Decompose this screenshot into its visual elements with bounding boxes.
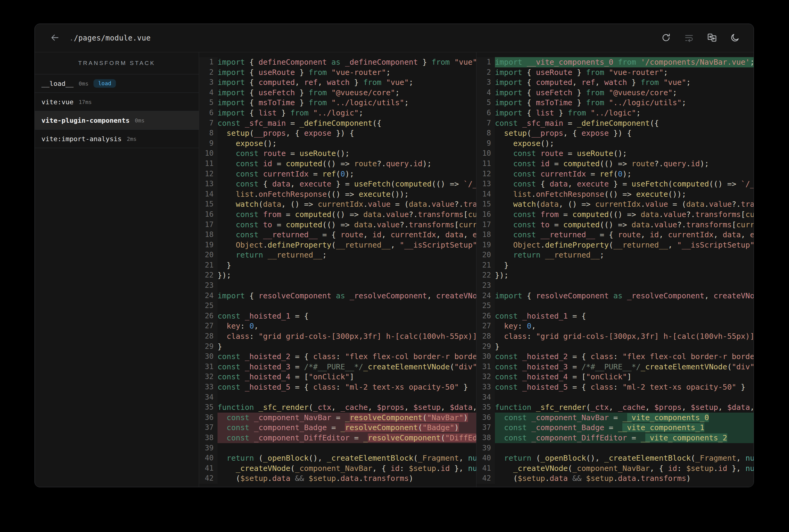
code-text[interactable]: import { useRoute } from "vue-router"; [495, 68, 754, 78]
code-text[interactable] [218, 301, 476, 311]
code-text[interactable]: function _sfc_render(_ctx, _cache, $prop… [218, 402, 476, 413]
token: msToTime [258, 98, 295, 107]
code-text[interactable]: } [495, 260, 754, 270]
code-text[interactable]: return (_openBlock(), _createElementBloc… [218, 453, 476, 463]
diff-pane-original[interactable]: 1import { defineComponent as _defineComp… [199, 52, 476, 487]
sidebar-item-vite-plugin-components[interactable]: vite-plugin-components0ms [35, 111, 199, 130]
code-text[interactable]: import __vite_components_0 from '/compon… [495, 57, 754, 68]
code-text[interactable]: function _sfc_render(_ctx, _cache, $prop… [495, 402, 754, 413]
code-text[interactable]: }); [495, 270, 754, 281]
code-text[interactable]: class: "grid grid-cols-[300px,3fr] h-[ca… [495, 331, 754, 342]
token [218, 332, 226, 341]
sidebar-header: TRANSFORM STACK [35, 52, 199, 74]
code-text[interactable] [495, 301, 754, 311]
code-text[interactable] [495, 443, 754, 453]
code-text[interactable]: const _hoisted_2 = { class: "flex flex-c… [495, 352, 754, 362]
sidebar-item-vite-import-analysis[interactable]: vite:import-analysis2ms [35, 130, 199, 148]
code-text[interactable]: const _hoisted_2 = { class: "flex flex-c… [218, 352, 476, 362]
code-text[interactable]: const to = computed(() => data.value?.tr… [495, 220, 754, 230]
token: ; [395, 88, 400, 97]
code-text[interactable]: const _component_Badge = __vite_componen… [495, 422, 754, 433]
code-text[interactable]: const __returned__ = { route, id, curren… [495, 230, 754, 240]
code-text[interactable]: list.onFetchResponse(() => execute()); [495, 189, 754, 200]
diff-pane-modified[interactable]: 1import __vite_components_0 from '/compo… [476, 52, 754, 487]
code-text[interactable]: const _sfc_main = _defineComponent({ [495, 118, 754, 129]
code-text[interactable]: const _hoisted_4 = ["onClick"] [495, 372, 754, 382]
code-text[interactable]: const _hoisted_3 = /*#__PURE__*/_createE… [218, 362, 476, 372]
code-text[interactable]: import { resolveComponent as _resolveCom… [495, 291, 754, 301]
code-text[interactable]: } [495, 342, 754, 352]
code-text[interactable] [495, 392, 754, 403]
code-text[interactable] [218, 443, 476, 453]
code-text[interactable]: _createVNode(_component_NavBar, { id: $s… [495, 463, 754, 474]
code-text[interactable]: import { useFetch } from "@vueuse/core"; [495, 88, 754, 98]
code-text[interactable]: import { resolveComponent as _resolveCom… [218, 291, 476, 301]
code-text[interactable]: const _hoisted_5 = { class: "ml-2 text-x… [495, 382, 754, 392]
code-text[interactable]: const from = computed(() => data.value?.… [218, 209, 476, 220]
wrap-lines-button[interactable] [683, 32, 695, 44]
code-text[interactable]: const currentIdx = ref(0); [218, 169, 476, 179]
code-text[interactable]: const route = useRoute(); [218, 148, 476, 159]
code-text[interactable]: expose(); [218, 138, 476, 149]
code-text[interactable]: } [218, 342, 476, 352]
code-text[interactable]: const _component_DiffEditor = __vite_com… [495, 433, 754, 443]
code-text[interactable]: const from = computed(() => data.value?.… [495, 209, 754, 220]
sidebar-item-vite-vue[interactable]: vite:vue17ms [35, 93, 199, 111]
code-text[interactable]: setup(__props, { expose }) { [495, 128, 754, 138]
code-text[interactable]: import { computed, ref, watch } from "vu… [218, 77, 476, 88]
code-text[interactable]: } [218, 260, 476, 270]
code-text[interactable]: import { defineComponent as _defineCompo… [218, 57, 476, 68]
code-text[interactable]: const _component_DiffEditor = _resolveCo… [218, 433, 476, 443]
code-text[interactable]: _createVNode(_component_NavBar, { id: $s… [218, 463, 476, 474]
code-text[interactable]: }); [218, 270, 476, 281]
code-text[interactable]: const _sfc_main = _defineComponent({ [218, 118, 476, 129]
code-text[interactable]: setup(__props, { expose }) { [218, 128, 476, 138]
back-button[interactable] [49, 32, 61, 44]
code-text[interactable]: const currentIdx = ref(0); [495, 169, 754, 179]
code-text[interactable]: const _hoisted_3 = /*#__PURE__*/_createE… [495, 362, 754, 372]
code-text[interactable]: const _component_NavBar = __vite_compone… [495, 413, 754, 423]
code-text[interactable]: import { useFetch } from "@vueuse/core"; [218, 88, 476, 98]
code-text[interactable]: import { useRoute } from "vue-router"; [218, 68, 476, 78]
split-diff-button[interactable] [706, 32, 718, 44]
code-text[interactable]: Object.defineProperty(__returned__, "__i… [218, 240, 476, 250]
code-text[interactable] [218, 281, 476, 291]
code-text[interactable]: watch(data, () => currentIdx.value = (da… [218, 199, 476, 209]
code-text[interactable]: const id = computed(() => route?.query.i… [218, 159, 476, 169]
code-text[interactable]: const { data, execute } = useFetch(compu… [218, 179, 476, 189]
code-text[interactable]: const _hoisted_4 = ["onClick"] [218, 372, 476, 382]
code-text[interactable]: const route = useRoute(); [495, 148, 754, 159]
code-text[interactable]: return (_openBlock(), _createElementBloc… [495, 453, 754, 463]
code-text[interactable]: class: "grid grid-cols-[300px,3fr] h-[ca… [218, 331, 476, 342]
code-text[interactable]: const _hoisted_1 = { [218, 311, 476, 321]
code-text[interactable]: ($setup.data && $setup.data.transforms) [218, 473, 476, 483]
code-text[interactable]: const id = computed(() => route?.query.i… [495, 159, 754, 169]
code-text[interactable]: const to = computed(() => data.value?.tr… [218, 220, 476, 230]
code-text[interactable]: import { list } from "../logic"; [218, 108, 476, 118]
code-text[interactable]: const _component_NavBar = _resolveCompon… [218, 413, 476, 423]
code-text[interactable]: return __returned__; [495, 250, 754, 260]
code-text[interactable]: const { data, execute } = useFetch(compu… [495, 179, 754, 189]
code-text[interactable]: import { computed, ref, watch } from "vu… [495, 77, 754, 88]
code-text[interactable] [218, 392, 476, 403]
code-text[interactable]: Object.defineProperty(__returned__, "__i… [495, 240, 754, 250]
code-text[interactable]: import { msToTime } from "../logic/utils… [495, 98, 754, 108]
code-text[interactable]: import { list } from "../logic"; [495, 108, 754, 118]
code-text[interactable]: return __returned__; [218, 250, 476, 260]
code-text[interactable]: list.onFetchResponse(() => execute()); [218, 189, 476, 200]
code-text[interactable] [495, 281, 754, 291]
code-text[interactable]: const _hoisted_1 = { [495, 311, 754, 321]
code-text[interactable]: key: 0, [495, 321, 754, 331]
code-text[interactable]: key: 0, [218, 321, 476, 331]
code-text[interactable]: const __returned__ = { route, id, curren… [218, 230, 476, 240]
code-text[interactable]: import { msToTime } from "../logic/utils… [218, 98, 476, 108]
code-text[interactable]: ($setup.data && $setup.data.transforms) [495, 473, 754, 483]
code-text[interactable]: const _component_Badge = _resolveCompone… [218, 422, 476, 433]
token: "vue-router" [609, 68, 663, 77]
sidebar-item--load-[interactable]: __load__0msload [35, 74, 199, 93]
code-text[interactable]: watch(data, () => currentIdx.value = (da… [495, 199, 754, 209]
refresh-button[interactable] [660, 32, 672, 44]
code-text[interactable]: const _hoisted_5 = { class: "ml-2 text-x… [218, 382, 476, 392]
code-text[interactable]: expose(); [495, 138, 754, 149]
dark-mode-button[interactable] [729, 32, 741, 44]
